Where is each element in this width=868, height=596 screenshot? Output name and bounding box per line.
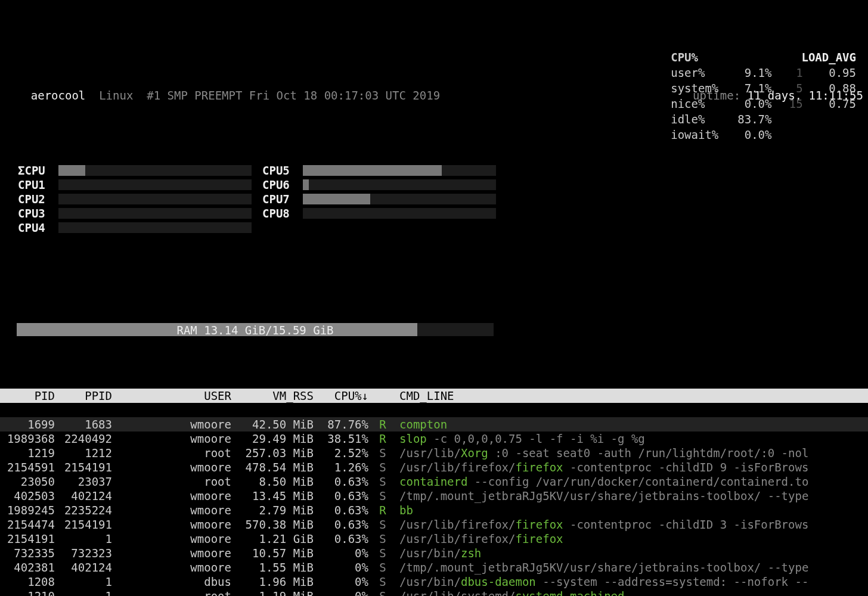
cell-rss: 2.79 MiB	[235, 503, 317, 517]
stat-value: 83.7%	[737, 112, 776, 126]
cpu-label: CPU1	[18, 178, 58, 192]
stat-value: 0.0%	[737, 97, 776, 111]
cell-pid: 2154191	[1, 532, 58, 546]
table-row[interactable]: 12101root1.19 MiB0%S/usr/lib/systemd/sys…	[0, 589, 868, 596]
table-row[interactable]: 402503402124wmoore13.45 MiB0.63%S/tmp/.m…	[0, 489, 868, 503]
col-cmd[interactable]: CMD_LINE	[393, 389, 867, 403]
table-row[interactable]: 12191212root257.03 MiB2.52%S/usr/lib/Xor…	[0, 446, 868, 460]
table-row[interactable]: 19893682240492wmoore29.49 MiB38.51%Rslop…	[0, 432, 868, 446]
cell-rss: 478.54 MiB	[235, 460, 317, 474]
cell-ppid: 402124	[58, 560, 116, 575]
cpu-label: CPU7	[262, 192, 303, 206]
cell-cpu: 0%	[317, 546, 372, 560]
cpu-bar-bg	[58, 165, 252, 176]
cpu-bar-fill	[303, 165, 442, 176]
col-user[interactable]: USER	[116, 389, 235, 403]
process-table-body[interactable]: 16991683wmoore42.50 MiB87.76%Rcompton198…	[0, 417, 868, 596]
cell-cmd: slop -c 0,0,0,0.75 -l -f -i %i -g %g	[393, 432, 867, 446]
cell-rss: 1.21 GiB	[235, 532, 317, 546]
cell-state: S	[372, 546, 393, 560]
cell-cpu: 0.63%	[317, 532, 372, 546]
cell-pid: 1989368	[1, 432, 58, 446]
cpu-bar-bg	[303, 179, 496, 190]
table-row[interactable]: 21544742154191wmoore570.38 MiB0.63%S/usr…	[0, 517, 868, 532]
cell-rss: 8.50 MiB	[235, 474, 317, 489]
cell-cpu: 0.63%	[317, 474, 372, 489]
cell-cpu: 0.63%	[317, 503, 372, 517]
cell-rss: 1.55 MiB	[235, 560, 317, 575]
cell-cmd: /usr/lib/firefox/firefox -contentproc -c…	[393, 460, 867, 474]
cell-cpu: 0%	[317, 589, 372, 596]
cell-state: S	[372, 460, 393, 474]
col-cpu[interactable]: CPU%↓	[317, 389, 372, 403]
load-n: 15	[777, 97, 807, 111]
cell-cpu: 0.63%	[317, 489, 372, 503]
stat-label: iowait%	[671, 128, 736, 142]
cell-pid: 1219	[1, 446, 58, 460]
cell-user: wmoore	[116, 546, 235, 560]
cpu-bar: CPU8	[262, 206, 507, 221]
table-row[interactable]: 16991683wmoore42.50 MiB87.76%Rcompton	[0, 417, 868, 432]
cpu-bar-bg	[58, 179, 252, 190]
stat-label: user%	[671, 66, 736, 80]
table-row[interactable]: 21541911wmoore1.21 GiB0.63%S/usr/lib/fir…	[0, 532, 868, 546]
cell-cmd: /usr/lib/Xorg :0 -seat seat0 -auth /run/…	[393, 446, 867, 460]
table-row[interactable]: 12081dbus1.96 MiB0%S/usr/bin/dbus-daemon…	[0, 575, 868, 589]
cpu-label: CPU4	[18, 221, 58, 235]
col-rss[interactable]: VM_RSS	[235, 389, 317, 403]
cell-cmd: /usr/lib/firefox/firefox -contentproc -c…	[393, 517, 867, 532]
cell-state: R	[372, 417, 393, 432]
table-row[interactable]: 19892452235224wmoore2.79 MiB0.63%Rbb	[0, 503, 868, 517]
cpu-bar: CPU1	[18, 178, 262, 192]
cell-rss: 257.03 MiB	[235, 446, 317, 460]
ram-bar: RAM 13.14 GiB/15.59 GiB	[17, 323, 863, 336]
cell-cpu: 0%	[317, 575, 372, 589]
col-ppid[interactable]: PPID	[58, 389, 116, 403]
cpu-bar-fill	[58, 165, 85, 176]
cell-state: S	[372, 446, 393, 460]
load-n	[777, 112, 807, 126]
cell-cpu: 2.52%	[317, 446, 372, 460]
process-table-header[interactable]: PID PPID USER VM_RSS CPU%↓ CMD_LINE	[0, 389, 868, 403]
cell-user: root	[116, 589, 235, 596]
load-value: 0.95	[809, 66, 861, 80]
table-row[interactable]: 2305023037root8.50 MiB0.63%Scontainerd -…	[0, 474, 868, 489]
load-value: 0.75	[809, 97, 861, 111]
stat-label: system%	[671, 81, 736, 95]
cell-rss: 42.50 MiB	[235, 417, 317, 432]
cpu-bar-fill	[303, 194, 370, 204]
cell-cmd: /tmp/.mount_jetbraRJg5KV/usr/share/jetbr…	[393, 560, 867, 575]
stat-value: 7.1%	[737, 81, 776, 95]
table-row[interactable]: 21545912154191wmoore478.54 MiB1.26%S/usr…	[0, 460, 868, 474]
col-pid[interactable]: PID	[1, 389, 58, 403]
cell-pid: 1210	[1, 589, 58, 596]
cpu-bar: CPU2	[18, 192, 262, 206]
stat-value: 0.0%	[737, 128, 776, 142]
cell-user: dbus	[116, 575, 235, 589]
cpu-bar: CPU3	[18, 206, 262, 221]
stat-label: idle%	[671, 112, 736, 126]
table-row[interactable]: 732335732323wmoore10.57 MiB0%S/usr/bin/z…	[0, 546, 868, 560]
load-n: 1	[777, 66, 807, 80]
cell-user: wmoore	[116, 532, 235, 546]
cell-state: S	[372, 517, 393, 532]
hostname: aerocool	[31, 89, 86, 102]
load-n	[777, 128, 807, 142]
cpu-label: CPU3	[18, 206, 58, 221]
cell-cpu: 38.51%	[317, 432, 372, 446]
cpu-bar: CPU6	[262, 178, 507, 192]
cell-cmd: compton	[393, 417, 867, 432]
cell-cmd: /usr/bin/zsh	[393, 546, 867, 560]
table-row[interactable]: 402381402124wmoore1.55 MiB0%S/tmp/.mount…	[0, 560, 868, 575]
cell-ppid: 1683	[58, 417, 116, 432]
cell-ppid: 2154191	[58, 517, 116, 532]
cpu-bar-bg	[303, 165, 496, 176]
load-value: 0.88	[809, 81, 861, 95]
cell-ppid: 402124	[58, 489, 116, 503]
cell-user: root	[116, 446, 235, 460]
cpu-bar-bg	[58, 208, 252, 219]
cpu-label: CPU8	[262, 206, 303, 221]
cell-user: wmoore	[116, 560, 235, 575]
cell-rss: 1.19 MiB	[235, 589, 317, 596]
stats-panel: CPU% LOAD_AVG user%9.1%10.95system%7.1%5…	[669, 20, 862, 157]
